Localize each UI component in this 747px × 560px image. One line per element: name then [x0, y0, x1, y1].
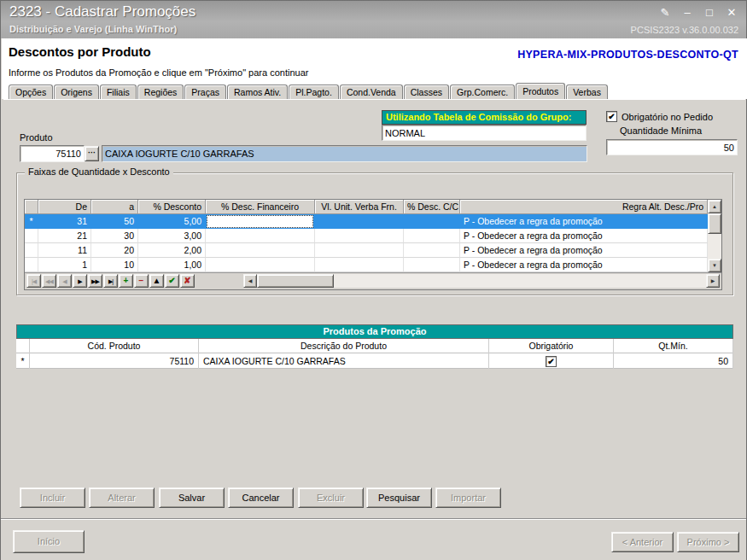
- tab-cond-venda[interactable]: Cond.Venda: [340, 85, 403, 99]
- commission-table-field[interactable]: [382, 125, 587, 141]
- faixas-groupbox-legend: Faixas de Quantidade x Desconto: [25, 166, 173, 177]
- nav-last-button[interactable]: ▶|: [103, 274, 118, 288]
- cell-desc_fin[interactable]: [206, 243, 315, 258]
- tab-op-es[interactable]: Opções: [9, 85, 53, 99]
- horizontal-scrollbar[interactable]: ◀ ▶: [243, 274, 720, 288]
- produtos-row[interactable]: *75110CAIXA IOGURTE C/10 GARRAFAS✔50: [16, 353, 733, 369]
- vertical-scrollbar[interactable]: ▲ ▼: [708, 200, 721, 272]
- product-code-input[interactable]: [20, 145, 85, 162]
- cell-cod[interactable]: 75110: [30, 353, 199, 369]
- nav-cancel-button[interactable]: ✘: [180, 274, 195, 288]
- cell-regra[interactable]: P - Obedecer a regra da promoção: [460, 229, 708, 243]
- cell-obrigatorio[interactable]: ✔: [489, 353, 614, 369]
- cell-indicator[interactable]: *: [25, 214, 38, 229]
- cell-de[interactable]: 31: [38, 214, 91, 229]
- faixas-row[interactable]: 21303,00P - Obedecer a regra da promoção: [25, 229, 708, 243]
- cell-indicator[interactable]: [25, 229, 38, 243]
- cell-a[interactable]: 20: [91, 243, 138, 258]
- cell-vl_unit[interactable]: [315, 229, 404, 243]
- cell-a[interactable]: 10: [91, 258, 138, 272]
- cell-regra[interactable]: P - Obedecer a regra da promoção: [460, 243, 708, 258]
- cell-indicator[interactable]: *: [16, 353, 30, 369]
- window-subtitle: Distribuição e Varejo (Linha WinThor): [9, 24, 177, 34]
- faixas-row[interactable]: 11202,00P - Obedecer a regra da promoção: [25, 243, 708, 258]
- nav-prior-page-button[interactable]: ◀◀: [42, 274, 56, 288]
- product-lookup-button[interactable]: ···: [85, 146, 99, 161]
- cell-desconto[interactable]: 2,00: [138, 243, 206, 258]
- obrigatorio-checkbox[interactable]: ✔: [546, 356, 557, 367]
- tab-pra-as[interactable]: Praças: [184, 85, 226, 99]
- cell-indicator[interactable]: [25, 243, 38, 258]
- incluir-button[interactable]: Incluir: [20, 487, 85, 508]
- scroll-right-icon[interactable]: ▶: [706, 274, 720, 288]
- maximize-icon[interactable]: □: [703, 6, 716, 20]
- anterior-button[interactable]: < Anterior: [611, 532, 674, 552]
- edit-icon[interactable]: ✎: [658, 6, 672, 20]
- salvar-button[interactable]: Salvar: [159, 487, 225, 508]
- nav-edit-button[interactable]: ▲: [149, 274, 164, 288]
- alterar-button[interactable]: Alterar: [89, 487, 155, 508]
- cell-indicator[interactable]: [25, 258, 38, 272]
- cell-de[interactable]: 21: [38, 229, 91, 243]
- faixas-row[interactable]: *31505,00P - Obedecer a regra da promoçã…: [25, 214, 708, 229]
- cell-a[interactable]: 30: [91, 229, 138, 243]
- cell-desc_fin[interactable]: [206, 214, 315, 229]
- tab-filiais[interactable]: Filiais: [100, 85, 137, 99]
- tab-verbas[interactable]: Verbas: [566, 85, 608, 99]
- minimize-icon[interactable]: –: [680, 6, 694, 20]
- product-description-field[interactable]: [102, 145, 587, 162]
- nav-next-page-button[interactable]: ▶▶: [88, 274, 102, 288]
- inicio-button[interactable]: Início: [13, 530, 85, 553]
- window-controls: ✎ – □ ✕: [658, 6, 738, 20]
- active-cell-editor[interactable]: [207, 215, 313, 228]
- cell-desconto[interactable]: 1,00: [138, 258, 206, 272]
- proximo-button[interactable]: Próximo >: [677, 532, 739, 552]
- excluir-button[interactable]: Excluir: [298, 487, 364, 508]
- min-qty-input[interactable]: [606, 139, 738, 155]
- nav-next-button[interactable]: ▶: [73, 274, 87, 288]
- cell-desc_fin[interactable]: [206, 258, 315, 272]
- nav-post-button[interactable]: ✔: [165, 274, 179, 288]
- cell-desconto[interactable]: 5,00: [138, 214, 206, 229]
- cell-desc_fin[interactable]: [206, 229, 315, 243]
- page-title: Descontos por Produto: [9, 44, 151, 59]
- cell-desc_cc[interactable]: [404, 229, 460, 243]
- cell-regra[interactable]: P - Obedecer a regra da promoção: [460, 214, 708, 229]
- horizontal-scrollbar-thumb[interactable]: [257, 274, 334, 288]
- tab-classes[interactable]: Classes: [404, 85, 449, 99]
- cell-desc_cc[interactable]: [404, 243, 460, 258]
- nav-delete-button[interactable]: −: [134, 274, 149, 288]
- close-icon[interactable]: ✕: [725, 6, 738, 20]
- cell-desconto[interactable]: 3,00: [138, 229, 206, 243]
- scroll-down-icon[interactable]: ▼: [708, 259, 721, 272]
- product-label: Produto: [20, 132, 53, 143]
- pesquisar-button[interactable]: Pesquisar: [366, 487, 432, 508]
- cell-vl_unit[interactable]: [315, 258, 404, 272]
- cell-desc[interactable]: CAIXA IOGURTE C/10 GARRAFAS: [199, 353, 489, 369]
- mandatory-checkbox[interactable]: ✔: [606, 111, 617, 122]
- cell-vl_unit[interactable]: [315, 214, 404, 229]
- vertical-scrollbar-thumb[interactable]: [708, 213, 721, 234]
- tab-origens[interactable]: Origens: [54, 85, 99, 99]
- cell-de[interactable]: 11: [38, 243, 91, 258]
- tab-pl-pagto[interactable]: Pl.Pagto.: [289, 85, 339, 99]
- cell-desc_cc[interactable]: [404, 258, 460, 272]
- importar-button[interactable]: Importar: [435, 487, 501, 508]
- cell-a[interactable]: 50: [91, 214, 138, 229]
- scroll-up-icon[interactable]: ▲: [708, 200, 721, 213]
- tab-regi-es[interactable]: Regiões: [137, 85, 184, 99]
- cell-de[interactable]: 1: [38, 258, 91, 272]
- nav-first-button[interactable]: |◀: [26, 274, 41, 288]
- tab-ramos-ativ[interactable]: Ramos Ativ.: [227, 85, 288, 99]
- cell-qtmin[interactable]: 50: [614, 353, 733, 369]
- nav-prior-button[interactable]: ◀: [57, 274, 72, 288]
- cell-vl_unit[interactable]: [315, 243, 404, 258]
- cell-desc_cc[interactable]: [404, 214, 460, 229]
- tab-produtos[interactable]: Produtos: [516, 83, 565, 99]
- faixas-row[interactable]: 1101,00P - Obedecer a regra da promoção: [25, 258, 708, 272]
- cancelar-button[interactable]: Cancelar: [228, 487, 294, 508]
- nav-insert-button[interactable]: +: [119, 274, 133, 288]
- scroll-left-icon[interactable]: ◀: [243, 274, 257, 288]
- cell-regra[interactable]: P - Obedecer a regra da promoção: [460, 258, 708, 272]
- tab-grp-comerc[interactable]: Grp.Comerc.: [450, 85, 515, 99]
